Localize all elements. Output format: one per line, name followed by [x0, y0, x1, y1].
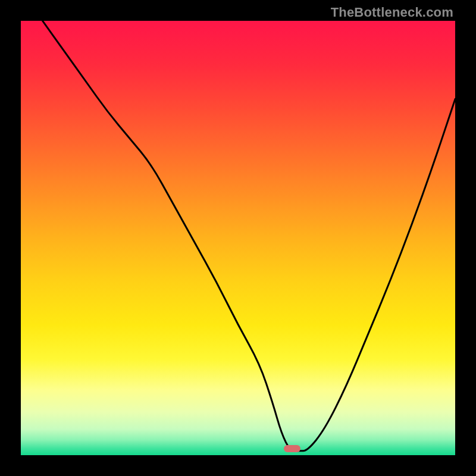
watermark-text: TheBottleneck.com [331, 5, 453, 20]
bottleneck-curve [21, 21, 455, 455]
optimal-marker [284, 445, 300, 452]
plot-area [21, 21, 455, 455]
chart-frame: TheBottleneck.com [0, 0, 476, 476]
